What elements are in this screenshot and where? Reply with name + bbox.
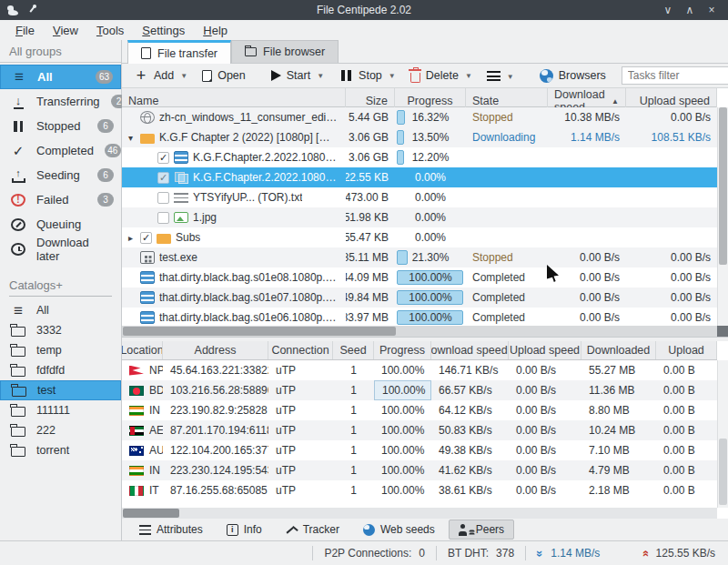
transfer-row[interactable]: ▸Subs255.47 KB0.00% xyxy=(122,227,717,247)
catalog-item-3332[interactable]: 3332 xyxy=(0,320,121,340)
tab-file-browser[interactable]: File browser xyxy=(231,40,339,63)
sidebar-item-download-later[interactable]: Download later xyxy=(0,237,121,261)
add-button[interactable]: Add▼ xyxy=(127,66,194,86)
peers-column-header-progress[interactable]: Progress xyxy=(374,341,431,359)
transfer-horizontal-scrollbar[interactable] xyxy=(122,326,717,337)
task-size: 3.06 GB xyxy=(346,127,395,147)
tasks-filter-input[interactable] xyxy=(622,69,728,82)
transfer-vertical-scrollbar[interactable] xyxy=(717,107,728,326)
film-icon xyxy=(174,151,188,164)
file-checkbox[interactable] xyxy=(157,152,169,164)
sidebar-item-completed[interactable]: Completed46 xyxy=(0,138,121,163)
expander-icon[interactable]: ▾ xyxy=(126,133,136,143)
sidebar-item-stopped[interactable]: Stopped6 xyxy=(0,114,121,138)
sidebar-item-transferring[interactable]: Transferring2 xyxy=(0,89,121,114)
task-name-cell: ▸Subs xyxy=(122,227,346,247)
transfer-row[interactable]: zh-cn_windows_11_consumer_editions_upd⋯5… xyxy=(122,107,717,127)
peer-row[interactable]: IN223.230.124.195:54348uTP1100.00%41.62 … xyxy=(122,460,717,480)
peer-row[interactable]: NP45.64.163.221:33822uTP1100.00%146.71 K… xyxy=(122,360,717,380)
sidebar-item-seeding[interactable]: Seeding6 xyxy=(0,163,121,187)
peers-horizontal-scrollbar[interactable] xyxy=(122,508,717,519)
catalog-item-222[interactable]: 222 xyxy=(0,420,121,440)
download-arrows-icon: » xyxy=(533,550,547,556)
maximize-button[interactable]: ∧ xyxy=(681,2,699,18)
transfer-row[interactable]: K.G.F.Chapter.2.2022.1080p.WEBRip.x⋯3.06… xyxy=(122,147,717,167)
peer-row[interactable]: AE87.201.170.194:61186uTP1100.00%50.83 K… xyxy=(122,420,717,440)
peers-column-header-download-speed[interactable]: Download speed▲ xyxy=(431,341,509,359)
peers-vertical-scrollbar[interactable] xyxy=(717,360,728,508)
peers-column-header-downloaded[interactable]: Downloaded xyxy=(581,341,656,359)
peer-seed: 1 xyxy=(333,480,374,500)
catalog-item-test[interactable]: test xyxy=(0,380,121,400)
stop-button[interactable]: Stop▼ xyxy=(332,66,402,86)
transfer-row[interactable]: that.dirty.black.bag.s01e08.1080p.web.h2… xyxy=(122,267,717,288)
file-checkbox[interactable] xyxy=(140,232,152,244)
progress-label: 100.00% xyxy=(395,291,466,304)
progress-label: 0.00% xyxy=(395,231,466,244)
peer-location: AE xyxy=(122,420,163,440)
sidebar-item-failed[interactable]: Failed3 xyxy=(0,187,121,212)
peers-column-header-upload-speed[interactable]: Upload speed xyxy=(509,341,581,359)
check-icon xyxy=(11,144,25,158)
peers-column-header-address[interactable]: Address xyxy=(163,341,268,359)
peer-row[interactable]: BD103.216.56.28:58896uTP1100.00%66.57 KB… xyxy=(122,380,717,400)
task-progress: 100.00% xyxy=(395,267,466,288)
peer-address: 103.216.56.28:58896 xyxy=(163,380,268,400)
file-checkbox[interactable] xyxy=(157,192,169,204)
start-button[interactable]: Start▼ xyxy=(265,66,330,85)
task-progress: 0.00% xyxy=(395,167,466,187)
task-download-speed: 1.14 MB/s xyxy=(548,127,626,147)
sidebar-item-queuing[interactable]: Queuing xyxy=(0,212,121,237)
catalog-item-temp[interactable]: temp xyxy=(0,340,121,360)
peers-column-header-connection[interactable]: Connection xyxy=(268,341,333,359)
delete-button[interactable]: Delete▼ xyxy=(404,66,479,86)
detail-tab-attributes[interactable]: Attributes xyxy=(129,520,213,540)
peer-connection: uTP xyxy=(268,480,333,500)
tab-file-transfer[interactable]: File transfer xyxy=(127,40,231,64)
task-name-cell: that.dirty.black.bag.s01e07.1080p.web.h2… xyxy=(122,288,346,308)
play-icon xyxy=(271,70,281,81)
transfer-row[interactable]: ▾K.G.F Chapter 2 (2022) [1080p] [WEBRip]… xyxy=(122,127,717,147)
detail-tab-tracker[interactable]: Tracker xyxy=(276,520,349,540)
close-button[interactable]: × xyxy=(703,2,721,18)
detail-tab-web-seeds[interactable]: Web seeds xyxy=(353,520,445,540)
detail-tab-info[interactable]: Info xyxy=(217,520,272,540)
menu-tools[interactable]: Tools xyxy=(88,22,132,39)
task-download-speed xyxy=(548,187,626,207)
catalog-item-all[interactable]: All xyxy=(0,300,121,320)
transfer-row[interactable]: that.dirty.black.bag.s01e07.1080p.web.h2… xyxy=(122,288,717,308)
menu-view[interactable]: View xyxy=(45,22,86,39)
film-icon xyxy=(140,271,155,284)
catalog-item-torrent[interactable]: torrent xyxy=(0,440,121,460)
task-name-cell: zh-cn_windows_11_consumer_editions_upd⋯ xyxy=(122,107,346,127)
transfer-row[interactable]: 1.jpg51.98 KB0.00% xyxy=(122,207,717,227)
task-size: 51.98 KB xyxy=(346,207,395,227)
transfer-table-body: zh-cn_windows_11_consumer_editions_upd⋯5… xyxy=(122,107,717,326)
file-checkbox[interactable] xyxy=(157,212,169,224)
file-checkbox[interactable] xyxy=(157,172,169,184)
peer-row[interactable]: IN223.190.82.9:25828uTP1100.00%64.12 KB/… xyxy=(122,400,717,420)
menu-settings[interactable]: Settings xyxy=(134,22,193,39)
peers-column-header-seed[interactable]: Seed xyxy=(333,341,374,359)
browsers-button[interactable]: Browsers xyxy=(533,66,612,86)
menu-help[interactable]: Help xyxy=(195,22,236,39)
peers-column-header-location[interactable]: Location xyxy=(122,341,163,359)
transfer-row[interactable]: K.G.F.Chapter.2.2022.1080p.WEBRip.x⋯122.… xyxy=(122,167,717,187)
catalog-item-fdfdfd[interactable]: fdfdfd xyxy=(0,360,121,380)
catalog-item-111111[interactable]: 111111 xyxy=(0,400,121,420)
add-catalog-button[interactable]: + xyxy=(56,278,63,292)
sidebar-item-all[interactable]: All63 xyxy=(0,65,121,89)
detail-tab-peers[interactable]: Peers xyxy=(449,520,514,540)
menu-file[interactable]: File xyxy=(7,22,43,39)
flag-ae-icon xyxy=(129,426,144,436)
more-menu-button[interactable]: ▼ xyxy=(480,68,521,84)
minimize-button[interactable]: ∨ xyxy=(659,2,677,18)
open-button[interactable]: Open xyxy=(196,66,252,85)
peers-column-header-upload[interactable]: Upload xyxy=(656,341,717,359)
transfer-row[interactable]: YTSYifyUP... (TOR).txt473.00 B0.00% xyxy=(122,187,717,207)
transfer-row[interactable]: test.exe85.11 MB21.30%Stopped0.00 B/s0.0… xyxy=(122,247,717,267)
peer-row[interactable]: AU122.104.200.165:37738uTP1100.00%49.38 … xyxy=(122,440,717,460)
peer-row[interactable]: IT87.16.255.68:65085uTP1100.00%38.61 KB/… xyxy=(122,480,717,500)
expander-icon[interactable]: ▸ xyxy=(126,233,136,243)
transfer-row[interactable]: that.dirty.black.bag.s01e06.1080p.web.h2… xyxy=(122,308,717,326)
